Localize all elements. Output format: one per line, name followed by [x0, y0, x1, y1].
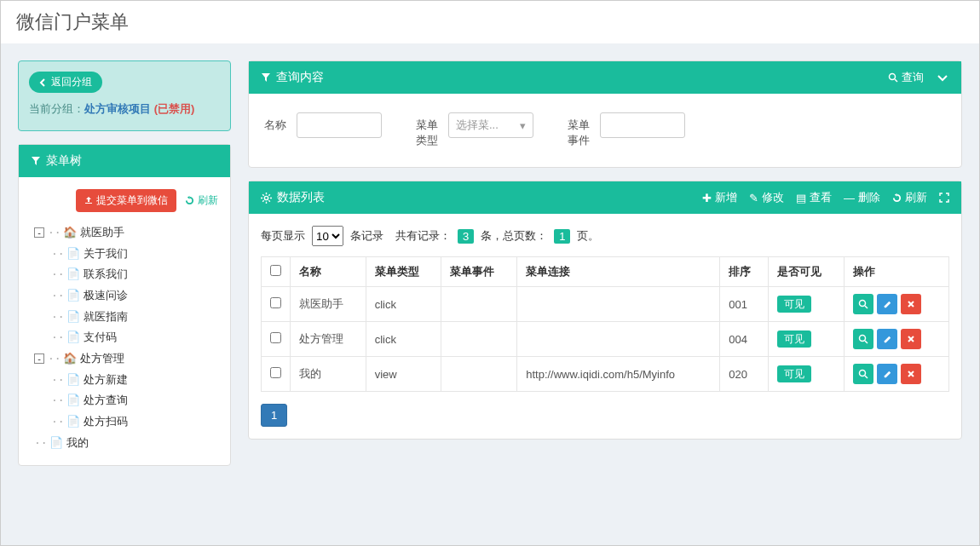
tree-leaf[interactable]: ··📄处方新建	[51, 370, 218, 391]
row-checkbox[interactable]	[270, 367, 281, 378]
svg-point-7	[860, 371, 866, 376]
delete-button[interactable]: —删除	[844, 190, 880, 205]
filter-event-label: 菜单 事件	[568, 112, 590, 148]
folder-icon: 🏠	[63, 226, 77, 239]
tree-node[interactable]: -··🏠就医助手··📄关于我们··📄联系我们··📄极速问诊··📄就医指南··📄支…	[34, 222, 218, 348]
tree-refresh-label: 刷新	[198, 193, 218, 208]
svg-point-0	[890, 74, 896, 80]
svg-line-1	[895, 79, 897, 82]
query-button[interactable]: 查询	[888, 70, 924, 85]
fullscreen-button[interactable]	[939, 193, 949, 203]
row-delete-button[interactable]	[901, 294, 921, 314]
add-button[interactable]: ✚新增	[702, 190, 737, 205]
tree-leaf[interactable]: ··📄联系我们	[51, 264, 218, 285]
data-table: 名称菜单类型菜单事件菜单连接排序是否可见操作 就医助手click001可见处方管…	[261, 256, 949, 392]
tree-leaf[interactable]: ··📄极速问诊	[51, 285, 218, 307]
page-1-button[interactable]: 1	[261, 404, 287, 427]
filter-icon	[31, 156, 41, 166]
row-view-button[interactable]	[853, 364, 873, 384]
tree-leaf-label: 处方新建	[84, 373, 128, 386]
filter-icon	[261, 72, 271, 83]
tree-node[interactable]: -··🏠处方管理··📄处方新建··📄处方查询··📄处方扫码	[34, 348, 218, 433]
filter-name-label: 名称	[264, 112, 286, 133]
select-all-checkbox[interactable]	[270, 265, 281, 276]
tree-leaf[interactable]: ··📄处方扫码	[51, 411, 218, 433]
column-header: 菜单连接	[517, 257, 720, 287]
edit-label: 修改	[762, 190, 784, 205]
tree-toggle-icon[interactable]: -	[34, 227, 44, 238]
view-label: 查看	[810, 190, 832, 205]
filter-event-input[interactable]	[600, 112, 685, 138]
cell-type: view	[366, 357, 441, 392]
group-info-box: 返回分组 当前分组：处方审核项目 (已禁用)	[18, 60, 231, 131]
total-prefix: 共有记录：	[395, 228, 451, 244]
visible-tag: 可见	[777, 296, 811, 313]
submit-to-wechat-button[interactable]: 提交菜单到微信	[76, 189, 176, 212]
filter-panel: 查询内容 查询	[248, 60, 962, 168]
tree-node-label: 处方管理	[80, 352, 124, 365]
tree-node[interactable]: ··📄我的	[34, 433, 218, 454]
per-page-select[interactable]: 10	[312, 226, 343, 246]
tree-leaf[interactable]: ··📄就医指南	[51, 307, 218, 328]
current-group-name: 处方审核项目	[84, 102, 151, 115]
refresh-icon	[892, 193, 902, 203]
gear-icon	[261, 193, 272, 204]
menu-tree: -··🏠就医助手··📄关于我们··📄联系我们··📄极速问诊··📄就医指南··📄支…	[31, 222, 218, 454]
cell-link	[517, 322, 720, 357]
tree-toggle-icon[interactable]: -	[34, 353, 44, 364]
tree-leaf[interactable]: ··📄关于我们	[51, 244, 218, 265]
svg-line-6	[865, 341, 868, 343]
caret-down-icon: ▾	[520, 119, 526, 132]
column-header: 菜单事件	[441, 257, 517, 287]
row-checkbox[interactable]	[270, 297, 281, 308]
file-icon: 📄	[66, 247, 80, 260]
current-group-label: 当前分组：	[29, 102, 84, 115]
table-row: 就医助手click001可见	[262, 287, 949, 322]
row-edit-button[interactable]	[877, 364, 897, 384]
arrow-left-icon	[39, 78, 48, 87]
chevron-down-icon	[936, 71, 949, 84]
query-label: 查询	[902, 70, 924, 85]
cell-type: click	[366, 322, 441, 357]
edit-button[interactable]: ✎修改	[749, 190, 784, 205]
list-refresh-button[interactable]: 刷新	[892, 190, 927, 205]
row-delete-button[interactable]	[901, 329, 921, 349]
tree-refresh-button[interactable]: 刷新	[185, 193, 218, 208]
view-button[interactable]: ▤查看	[796, 190, 832, 205]
submit-label: 提交菜单到微信	[96, 193, 168, 208]
tree-leaf[interactable]: ··📄处方查询	[51, 390, 218, 411]
visible-tag: 可见	[777, 330, 811, 348]
tree-panel: 菜单树 提交菜单到微信	[18, 144, 231, 467]
cell-link: http://www.iqidi.com/h5/Myinfo	[517, 357, 720, 392]
tree-node-label: 我的	[66, 436, 89, 449]
tree-leaf-label: 支付码	[84, 330, 117, 343]
tree-leaf-label: 处方扫码	[84, 415, 128, 428]
per-page-suffix: 条记录	[350, 228, 383, 244]
per-page-prefix: 每页显示	[261, 228, 305, 244]
cell-event	[441, 322, 517, 357]
cell-type: click	[366, 287, 441, 322]
filter-type-select[interactable]: 选择菜... ▾	[448, 112, 533, 138]
row-checkbox[interactable]	[270, 332, 281, 343]
tree-leaf-label: 关于我们	[84, 247, 128, 260]
tree-leaf[interactable]: ··📄支付码	[51, 327, 218, 348]
row-view-button[interactable]	[853, 294, 873, 314]
row-edit-button[interactable]	[877, 294, 897, 314]
page-title: 微信门户菜单	[1, 1, 979, 43]
filter-name-input[interactable]	[297, 112, 382, 138]
minus-icon: —	[844, 192, 855, 204]
expand-icon	[939, 193, 949, 203]
collapse-toggle[interactable]	[936, 71, 949, 84]
column-header: 名称	[291, 257, 366, 287]
total-count-badge: 3	[458, 229, 474, 244]
back-to-group-button[interactable]: 返回分组	[29, 72, 102, 93]
row-view-button[interactable]	[853, 329, 873, 349]
folder-icon: 🏠	[63, 352, 77, 365]
column-header: 是否可见	[769, 257, 845, 287]
cell-sort: 004	[720, 322, 769, 357]
svg-line-8	[865, 376, 868, 378]
delete-label: 删除	[858, 190, 880, 205]
row-delete-button[interactable]	[901, 364, 921, 384]
row-edit-button[interactable]	[877, 329, 897, 349]
file-icon: 📄	[66, 330, 80, 343]
